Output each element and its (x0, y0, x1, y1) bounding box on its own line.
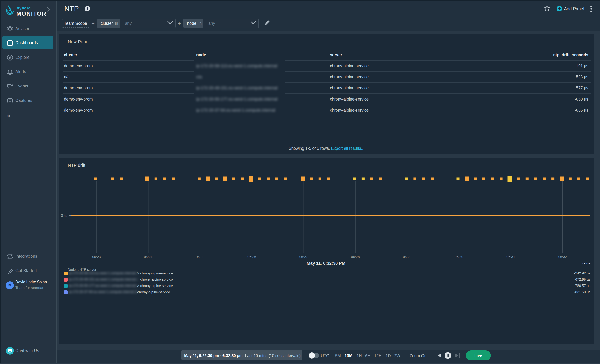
svg-text:06:25: 06:25 (196, 255, 204, 259)
svg-text:06:31: 06:31 (506, 255, 515, 259)
svg-text:06:28: 06:28 (351, 255, 360, 259)
svg-text:06:23: 06:23 (92, 255, 101, 259)
svg-text:06:30: 06:30 (455, 255, 463, 259)
svg-text:06:29: 06:29 (403, 255, 412, 259)
svg-text:06:24: 06:24 (144, 255, 152, 259)
svg-text:0 ns: 0 ns (61, 214, 67, 217)
svg-text:06:26: 06:26 (247, 255, 256, 259)
svg-text:06:32: 06:32 (558, 255, 567, 259)
svg-text:06:27: 06:27 (299, 255, 308, 259)
